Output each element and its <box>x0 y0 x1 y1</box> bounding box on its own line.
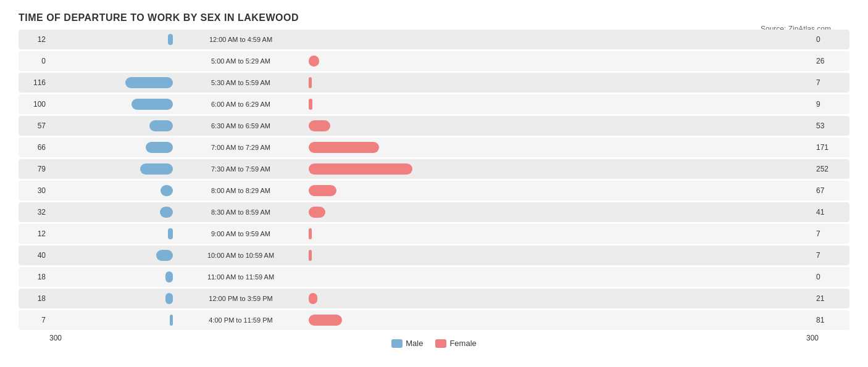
female-bar-area <box>309 33 812 46</box>
female-bar <box>309 163 412 175</box>
female-bar <box>309 99 312 110</box>
female-bar-area <box>309 76 812 89</box>
female-value: 9 <box>812 100 849 109</box>
male-value: 7 <box>19 316 49 324</box>
time-label: 7:00 AM to 7:29 AM <box>173 144 309 151</box>
legend-male: Male <box>391 339 423 348</box>
time-label: 12:00 AM to 4:59 AM <box>173 36 309 43</box>
female-bar <box>309 250 312 261</box>
time-label: 10:00 AM to 10:59 AM <box>173 252 309 259</box>
male-value: 66 <box>19 143 49 152</box>
male-value: 32 <box>19 208 49 216</box>
legend-male-label: Male <box>406 339 423 348</box>
male-value: 18 <box>19 273 49 281</box>
bottom-axis: 300 Male Female 300 <box>19 334 849 348</box>
time-label: 9:00 AM to 9:59 AM <box>173 230 309 237</box>
female-value: 81 <box>812 316 849 324</box>
table-row: 129:00 AM to 9:59 AM7 <box>19 224 849 244</box>
male-bar-area <box>49 206 173 218</box>
male-bar-area <box>49 55 173 67</box>
female-bar <box>309 228 312 239</box>
female-bar-area <box>309 98 812 110</box>
table-row: 1212:00 AM to 4:59 AM0 <box>19 30 849 49</box>
female-bar-area <box>309 184 812 197</box>
female-bar-area <box>309 120 812 132</box>
female-bar <box>309 207 325 218</box>
male-bar-area <box>49 184 173 197</box>
male-bar-area <box>49 33 173 46</box>
male-value: 79 <box>19 165 49 173</box>
female-value: 67 <box>812 186 849 195</box>
female-value: 21 <box>812 294 849 303</box>
male-bar <box>146 142 173 153</box>
table-row: 667:00 AM to 7:29 AM171 <box>19 138 849 157</box>
male-bar-area <box>49 314 173 326</box>
table-row: 05:00 AM to 5:29 AM26 <box>19 51 849 71</box>
male-value: 0 <box>19 57 49 65</box>
female-value: 171 <box>812 143 849 152</box>
page-wrapper: TIME OF DEPARTURE TO WORK BY SEX IN LAKE… <box>19 12 849 348</box>
female-value: 53 <box>812 122 849 130</box>
male-bar <box>156 250 173 261</box>
female-bar-area <box>309 228 812 240</box>
male-bar <box>168 228 173 239</box>
female-value: 41 <box>812 208 849 216</box>
female-bar <box>309 315 342 326</box>
female-bar-area <box>309 163 812 175</box>
male-bar <box>168 34 173 45</box>
male-value: 18 <box>19 294 49 303</box>
time-label: 5:30 AM to 5:59 AM <box>173 79 309 86</box>
chart-title: TIME OF DEPARTURE TO WORK BY SEX IN LAKE… <box>19 12 849 23</box>
male-bar-area <box>49 141 173 154</box>
axis-right: 300 <box>806 334 819 348</box>
table-row: 328:30 AM to 8:59 AM41 <box>19 202 849 222</box>
male-value: 40 <box>19 251 49 260</box>
legend-female-label: Female <box>449 339 476 348</box>
chart-container: 1212:00 AM to 4:59 AM005:00 AM to 5:29 A… <box>19 30 849 330</box>
table-row: 1811:00 AM to 11:59 AM0 <box>19 267 849 287</box>
female-bar <box>309 142 379 153</box>
female-bar-area <box>309 141 812 154</box>
time-label: 12:00 PM to 3:59 PM <box>173 295 309 302</box>
male-bar <box>161 185 173 196</box>
female-value: 26 <box>812 57 849 65</box>
female-bar <box>309 77 312 88</box>
female-value: 7 <box>812 251 849 260</box>
female-bar <box>309 185 336 196</box>
male-value: 12 <box>19 229 49 238</box>
time-label: 8:30 AM to 8:59 AM <box>173 208 309 216</box>
time-label: 11:00 AM to 11:59 AM <box>173 273 309 281</box>
female-bar-area <box>309 271 812 283</box>
male-bar <box>165 271 173 282</box>
legend-male-icon <box>391 339 403 348</box>
female-bar <box>309 120 330 131</box>
male-value: 57 <box>19 122 49 130</box>
legend: Male Female <box>391 339 477 348</box>
table-row: 308:00 AM to 8:29 AM67 <box>19 181 849 200</box>
male-value: 12 <box>19 35 49 44</box>
female-bar-area <box>309 55 812 67</box>
time-label: 7:30 AM to 7:59 AM <box>173 165 309 173</box>
male-value: 30 <box>19 186 49 195</box>
table-row: 1812:00 PM to 3:59 PM21 <box>19 289 849 308</box>
time-label: 6:30 AM to 6:59 AM <box>173 122 309 130</box>
male-bar <box>125 77 173 88</box>
female-value: 0 <box>812 273 849 281</box>
legend-female: Female <box>435 339 476 348</box>
male-bar <box>165 293 173 304</box>
male-bar-area <box>49 120 173 132</box>
male-bar-area <box>49 249 173 262</box>
female-bar <box>309 56 319 67</box>
table-row: 1165:30 AM to 5:59 AM7 <box>19 73 849 93</box>
table-row: 1006:00 AM to 6:29 AM9 <box>19 94 849 114</box>
male-bar-area <box>49 98 173 110</box>
female-value: 252 <box>812 165 849 173</box>
male-bar <box>131 99 173 110</box>
time-label: 5:00 AM to 5:29 AM <box>173 57 309 65</box>
table-row: 74:00 PM to 11:59 PM81 <box>19 310 849 330</box>
male-bar-area <box>49 228 173 240</box>
male-value: 116 <box>19 78 49 87</box>
female-bar-area <box>309 314 812 326</box>
male-bar-area <box>49 292 173 305</box>
female-value: 7 <box>812 229 849 238</box>
